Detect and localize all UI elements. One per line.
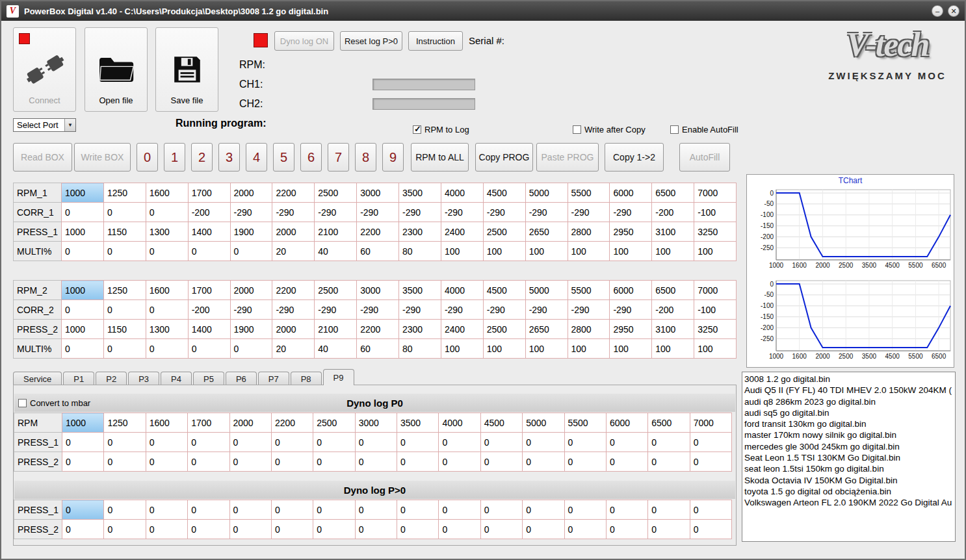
autofill-button[interactable]: AutoFill bbox=[679, 143, 730, 172]
grid-cell[interactable]: 0 bbox=[439, 452, 480, 472]
grid-cell[interactable]: 1600 bbox=[146, 281, 188, 300]
grid-cell[interactable]: 0 bbox=[313, 520, 355, 539]
file-list-item[interactable]: Skoda Octavia IV 150KM Go Digital.bin bbox=[744, 475, 953, 486]
file-list-item[interactable]: audi sq5 go digital.bin bbox=[744, 407, 953, 418]
grid-cell[interactable]: 2400 bbox=[441, 222, 483, 242]
grid-cell[interactable]: 100 bbox=[441, 242, 483, 261]
grid-cell[interactable]: 0 bbox=[271, 520, 313, 539]
tab-p6[interactable]: P6 bbox=[226, 372, 257, 385]
grid-cell[interactable]: 0 bbox=[146, 300, 188, 320]
file-list-item[interactable]: Volkswagen Arteon FL 2.0 190KM 2022 Go D… bbox=[744, 497, 953, 508]
grid-cell[interactable]: 0 bbox=[103, 300, 146, 320]
grid-cell[interactable]: 5000 bbox=[523, 413, 564, 433]
grid-cell[interactable]: -290 bbox=[357, 300, 399, 320]
grid-cell[interactable]: -200 bbox=[652, 300, 694, 320]
save-file-button[interactable]: Save file bbox=[155, 27, 218, 112]
grid-cell[interactable]: 0 bbox=[188, 520, 229, 539]
grid-cell[interactable]: 0 bbox=[564, 500, 606, 520]
grid-cell[interactable]: 0 bbox=[355, 520, 397, 539]
grid-cell[interactable]: 0 bbox=[103, 242, 146, 261]
grid-cell[interactable]: 1150 bbox=[103, 222, 146, 242]
grid-cell[interactable]: 1250 bbox=[104, 413, 146, 433]
dyno-log-on-button[interactable]: Dyno log ON bbox=[274, 31, 334, 51]
grid-cell[interactable]: 3000 bbox=[357, 183, 399, 203]
grid-cell[interactable]: 3500 bbox=[399, 281, 441, 300]
grid-cell[interactable]: 80 bbox=[399, 242, 441, 261]
write-after-copy-checkbox[interactable]: Write after Copy bbox=[573, 125, 646, 134]
instruction-button[interactable]: Instruction bbox=[408, 31, 463, 51]
grid-cell[interactable]: -290 bbox=[357, 203, 399, 222]
grid-cell[interactable]: 100 bbox=[610, 339, 652, 359]
grid-cell[interactable]: 1300 bbox=[146, 222, 188, 242]
grid-cell[interactable]: 0 bbox=[648, 500, 690, 520]
grid-cell[interactable]: 1400 bbox=[188, 222, 230, 242]
grid-cell[interactable]: 2950 bbox=[610, 320, 652, 339]
file-list-item[interactable]: audi q8 286km 2023 go digital.bin bbox=[744, 396, 953, 407]
grid-cell[interactable]: 0 bbox=[606, 433, 647, 452]
file-list-item[interactable]: ford transit 130km go digital.bin bbox=[744, 418, 953, 429]
grid-cell[interactable]: 100 bbox=[610, 242, 652, 261]
select-port-dropdown[interactable]: Select Port ▼ bbox=[13, 118, 76, 132]
grid-cell[interactable]: 1900 bbox=[230, 320, 272, 339]
grid-cell[interactable]: 4500 bbox=[483, 183, 525, 203]
tab-p3[interactable]: P3 bbox=[128, 372, 159, 385]
grid-cell[interactable]: 40 bbox=[315, 339, 357, 359]
grid-cell[interactable]: -290 bbox=[399, 300, 441, 320]
grid-cell[interactable]: 60 bbox=[357, 339, 399, 359]
grid-cell[interactable]: 3500 bbox=[397, 413, 439, 433]
file-list-item[interactable]: Audi Q5 II (FY FL) 40 TDI MHEV 2.0 150kW… bbox=[744, 385, 953, 396]
grid-cell[interactable]: 5500 bbox=[564, 413, 606, 433]
grid-cell[interactable]: 0 bbox=[62, 203, 104, 222]
grid-cell[interactable]: -290 bbox=[230, 300, 272, 320]
grid-cell[interactable]: -100 bbox=[694, 300, 737, 320]
grid-cell[interactable]: 2200 bbox=[357, 320, 399, 339]
grid-cell[interactable]: 100 bbox=[483, 242, 525, 261]
rpm-to-all-button[interactable]: RPM to ALL bbox=[411, 143, 469, 172]
grid-cell[interactable]: 4000 bbox=[441, 183, 483, 203]
grid-cell[interactable]: 0 bbox=[690, 433, 731, 452]
grid-cell[interactable]: 1000 bbox=[62, 413, 104, 433]
grid-cell[interactable]: 0 bbox=[104, 500, 146, 520]
grid-cell[interactable]: 1600 bbox=[146, 413, 187, 433]
grid-cell[interactable]: 7000 bbox=[694, 183, 737, 203]
digit-button-0[interactable]: 0 bbox=[137, 143, 158, 172]
grid-cell[interactable]: 0 bbox=[146, 452, 187, 472]
grid-cell[interactable]: 100 bbox=[568, 339, 610, 359]
grid-cell[interactable]: 0 bbox=[313, 452, 355, 472]
grid-cell[interactable]: -290 bbox=[315, 300, 357, 320]
grid-cell[interactable]: -290 bbox=[568, 300, 610, 320]
grid-cell[interactable]: 20 bbox=[272, 339, 315, 359]
grid-cell[interactable]: 2000 bbox=[230, 183, 272, 203]
grid-cell[interactable]: 0 bbox=[146, 242, 188, 261]
grid-cell[interactable]: -290 bbox=[483, 300, 525, 320]
grid-cell[interactable]: 0 bbox=[523, 452, 564, 472]
tab-p1[interactable]: P1 bbox=[63, 372, 94, 385]
grid-cell[interactable]: 0 bbox=[480, 500, 522, 520]
grid-cell[interactable]: 0 bbox=[397, 520, 439, 539]
grid-cell[interactable]: 100 bbox=[652, 242, 694, 261]
grid-cell[interactable]: 2950 bbox=[610, 222, 652, 242]
grid-cell[interactable]: -290 bbox=[610, 300, 652, 320]
grid-cell[interactable]: 100 bbox=[525, 242, 568, 261]
grid-cell[interactable]: 0 bbox=[606, 520, 647, 539]
open-file-button[interactable]: Open file bbox=[85, 27, 148, 112]
grid-cell[interactable]: 0 bbox=[313, 500, 355, 520]
grid-cell[interactable]: 6000 bbox=[610, 183, 652, 203]
grid-cell[interactable]: 3100 bbox=[652, 222, 694, 242]
grid-cell[interactable]: 100 bbox=[568, 242, 610, 261]
grid-cell[interactable]: 100 bbox=[525, 339, 568, 359]
grid-cell[interactable]: 3000 bbox=[355, 413, 397, 433]
tab-p4[interactable]: P4 bbox=[161, 372, 192, 385]
grid-cell[interactable]: 100 bbox=[652, 339, 694, 359]
tab-service[interactable]: Service bbox=[13, 372, 62, 385]
grid-cell[interactable]: 1250 bbox=[103, 281, 146, 300]
grid-cell[interactable]: 1300 bbox=[146, 320, 188, 339]
file-list-item[interactable]: master 170km nowy silnik go digital.bin bbox=[744, 429, 953, 440]
grid-cell[interactable]: -290 bbox=[610, 203, 652, 222]
grid-cell[interactable]: 0 bbox=[480, 520, 522, 539]
grid-cell[interactable]: 0 bbox=[103, 339, 146, 359]
grid-cell[interactable]: 0 bbox=[606, 452, 647, 472]
grid-cell[interactable]: 2100 bbox=[315, 222, 357, 242]
grid-cell[interactable]: 2200 bbox=[271, 413, 313, 433]
tab-p5[interactable]: P5 bbox=[193, 372, 224, 385]
